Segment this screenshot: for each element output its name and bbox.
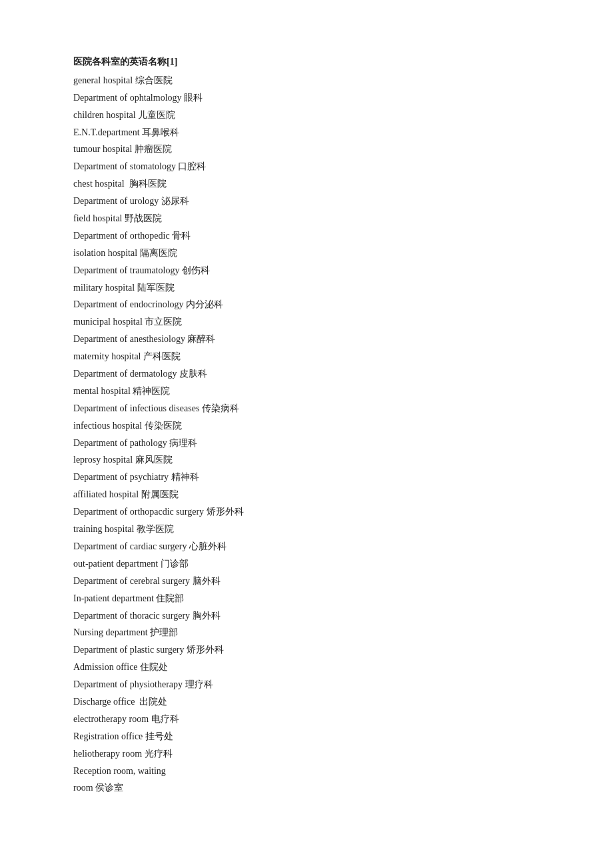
list-item: Department of urology 泌尿科 [73, 193, 540, 210]
list-item: Department of anesthesiology 麻醉科 [73, 331, 540, 348]
list-item: isolation hospital 隔离医院 [73, 245, 540, 262]
list-item: field hospital 野战医院 [73, 210, 540, 227]
list-item: Department of dermatology 皮肤科 [73, 365, 540, 383]
list-item: Department of psychiatry 精神科 [73, 469, 540, 486]
list-item: In-patient department 住院部 [73, 590, 540, 607]
list-item: Department of cardiac surgery 心脏外科 [73, 538, 540, 555]
list-item: leprosy hospital 麻风医院 [73, 451, 540, 469]
list-item: training hospital 教学医院 [73, 521, 540, 538]
list-item: chest hospital 胸科医院 [73, 175, 540, 193]
list-item: municipal hospital 市立医院 [73, 313, 540, 331]
list-item: E.N.T.department 耳鼻喉科 [73, 124, 540, 141]
list-item: Discharge office 出院处 [73, 693, 540, 711]
list-item: Reception room, waiting [73, 763, 540, 780]
list-item: room 侯诊室 [73, 779, 540, 797]
list-item: Department of orthopacdic surgery 矫形外科 [73, 503, 540, 521]
list-item: Department of orthopedic 骨科 [73, 227, 540, 245]
list-item: Department of traumatology 创伤科 [73, 262, 540, 279]
list-item: children hospital 儿童医院 [73, 107, 540, 124]
list-item: military hospital 陆军医院 [73, 279, 540, 297]
list-item: general hospital 综合医院 [73, 72, 540, 89]
list-item: mental hospital 精神医院 [73, 383, 540, 400]
list-item: Department of thoracic surgery 胸外科 [73, 607, 540, 625]
list-item: Department of pathology 病理科 [73, 435, 540, 452]
list-item: Department of endocrinology 内分泌科 [73, 296, 540, 313]
list-item: Department of stomatology 口腔科 [73, 158, 540, 175]
list-item: Department of plastic surgery 矫形外科 [73, 641, 540, 659]
list-item: Admission office 住院处 [73, 659, 540, 676]
list-item: maternity hospital 产科医院 [73, 348, 540, 365]
list-item: out-patient department 门诊部 [73, 555, 540, 573]
list-item: Department of infectious diseases 传染病科 [73, 400, 540, 417]
list-item: Registration office 挂号处 [73, 728, 540, 745]
list-item: tumour hospital 肿瘤医院 [73, 141, 540, 158]
list-item: Department of ophtalmology 眼科 [73, 89, 540, 107]
list-item: infectious hospital 传染医院 [73, 417, 540, 435]
list-item: Department of cerebral surgery 脑外科 [73, 573, 540, 590]
list-item: Nursing department 护理部 [73, 624, 540, 641]
list-item: affiliated hospital 附属医院 [73, 486, 540, 503]
list-item: electrotherapy room 电疗科 [73, 711, 540, 728]
page-title: 医院各科室的英语名称[1] [73, 53, 540, 71]
main-content: 医院各科室的英语名称[1]general hospital 综合医院Depart… [73, 53, 540, 797]
list-item: heliotherapy room 光疗科 [73, 745, 540, 763]
list-item: Department of physiotherapy 理疗科 [73, 676, 540, 693]
